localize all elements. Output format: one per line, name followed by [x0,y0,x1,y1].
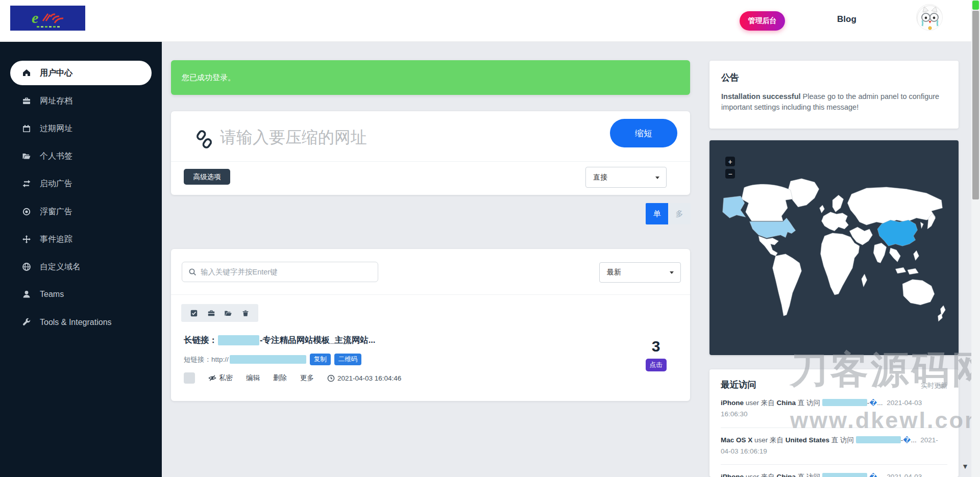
sidebar-item-user-center[interactable]: 用户中心 [10,61,152,85]
cat-avatar-icon [917,5,943,31]
search-icon [188,268,197,276]
eye-slash-icon [208,374,216,382]
link-icon [194,130,214,149]
sidebar-item-label: 个人书签 [40,151,72,162]
calendar-icon [22,124,31,133]
url-input[interactable] [220,122,567,152]
world-map[interactable] [717,168,951,332]
short-link-row: 短链接： http:// 复制 二维码 [184,354,361,365]
visit-item: iPhone user 来自 China 直 访问 -�... 2021-04-… [721,391,947,428]
url-shortener-card: 缩短 高级选项 直接 [171,111,690,195]
announcement-title: 公告 [721,71,947,84]
archive-icon[interactable] [207,309,215,317]
sort-select[interactable]: 最新 [599,262,681,283]
sidebar-item-url-archive[interactable]: 网址存档 [10,91,152,111]
topbar: e 管理后台 Blog [0,0,980,42]
move-icon [22,235,31,244]
visit-item: iPhone user 来自 China 直 访问 -�... 2021-04-… [721,465,947,477]
redacted-domain [218,335,259,345]
sidebar-item-label: 过期网址 [40,123,72,134]
alert-text: 您已成功登录。 [182,73,235,83]
scrollbar-marker [972,1,979,10]
blog-link[interactable]: Blog [837,14,856,24]
clicks-count: 3 [638,339,674,354]
visit-item: Mac OS X user 来自 United States 直 访问 -�..… [721,428,947,465]
sidebar-item-label: 事件追踪 [40,234,72,245]
delete-link[interactable]: 删除 [273,373,287,383]
sidebar-item-bookmarks[interactable]: 个人书签 [10,146,152,166]
sidebar: 用户中心 网址存档 过期网址 个人书签 启动广告 浮窗广告 事件追踪 自定义域名… [0,42,162,477]
page-scrollbar[interactable] [971,0,980,477]
folder-open-icon [22,152,31,161]
sidebar-item-label: 网址存档 [40,96,72,107]
link-meta-row: 私密 编辑 删除 更多 2021-04-03 16:04:46 [184,372,401,384]
sidebar-item-teams[interactable]: Teams [10,284,152,305]
exchange-icon [22,179,31,188]
folder-icon[interactable] [224,309,232,317]
bulk-actions-toolbar [181,304,258,322]
brand-logo-icon: e [10,6,85,31]
links-list-card: 最新 长链接： -专注精品网站模板_主流网站... 短链接： http:// 复… [171,249,690,401]
sidebar-item-expired-urls[interactable]: 过期网址 [10,118,152,139]
user-icon [22,290,31,299]
qr-code-button[interactable]: 二维码 [334,354,362,365]
sidebar-item-label: 浮窗广告 [40,207,72,217]
announcement-card: 公告 Installation successful Please go to … [709,61,959,129]
redacted-link [856,436,901,443]
clicks-badge[interactable]: 点击 [646,359,667,371]
recent-visits-card: 最近访问 实时更新 iPhone user 来自 China 直 访问 -�..… [709,369,959,477]
copy-button[interactable]: 复制 [310,354,331,365]
user-avatar[interactable] [916,4,943,31]
long-link-label: 长链接： [184,335,217,346]
sidebar-item-custom-domains[interactable]: 自定义域名 [10,257,152,277]
sidebar-item-float-ads[interactable]: 浮窗广告 [10,202,152,222]
live-update-label: 实时更新 [921,381,947,390]
sort-value: 最新 [607,268,621,277]
sidebar-item-tools-integrations[interactable]: Tools & Integrations [10,312,152,333]
wrench-icon [22,318,31,327]
trash-icon[interactable] [241,309,250,317]
redacted-link [822,473,867,477]
select-all-checkbox-icon[interactable] [190,309,198,317]
more-link[interactable]: 更多 [300,373,314,383]
redirect-type-select[interactable]: 直接 [585,167,667,188]
sidebar-item-label: Tools & Integrations [40,318,112,327]
sidebar-item-label: 用户中心 [40,68,72,79]
visitor-map-card: + − [709,140,959,355]
search-box [182,262,378,282]
briefcase-icon [22,96,31,106]
long-link-text: -专注精品网站模板_主流网站... [260,335,375,346]
sidebar-item-event-tracking[interactable]: 事件追踪 [10,229,152,249]
sidebar-item-label: 自定义域名 [40,262,81,272]
dot-circle-icon [22,207,31,216]
divider [171,161,690,162]
admin-panel-button[interactable]: 管理后台 [740,11,785,31]
redirect-type-value: 直接 [593,173,607,182]
visit-time: 2021-04-03 [887,473,922,477]
advanced-options-button[interactable]: 高级选项 [184,169,230,185]
private-toggle[interactable]: 私密 [208,373,233,383]
corner-caret-icon: ▼ [962,462,969,470]
redacted-short-url [230,355,306,364]
short-link-label: 短链接： [184,355,211,364]
redacted-link [822,399,867,406]
svg-text:e: e [32,9,38,26]
map-zoom-in-button[interactable]: + [725,157,735,166]
scrollbar-thumb[interactable] [972,11,979,199]
created-timestamp: 2021-04-03 16:04:46 [327,374,401,382]
sidebar-item-label: Teams [40,290,64,299]
globe-icon [22,262,31,271]
short-link-prefix: http:// [211,356,229,363]
sidebar-item-label: 启动广告 [40,179,72,189]
sidebar-item-splash-ads[interactable]: 启动广告 [10,173,152,194]
shorten-button[interactable]: 缩短 [610,119,677,147]
multi-mode-button[interactable]: 多 [668,203,691,224]
edit-link[interactable]: 编辑 [246,373,260,383]
single-mode-button[interactable]: 单 [646,203,668,224]
search-input[interactable] [201,268,378,276]
brand-logo[interactable]: e [10,6,85,31]
home-icon [22,68,31,78]
row-checkbox[interactable] [184,372,195,384]
long-link-title[interactable]: 长链接： -专注精品网站模板_主流网站... [184,335,375,346]
recent-visits-title: 最近访问 [721,379,756,391]
